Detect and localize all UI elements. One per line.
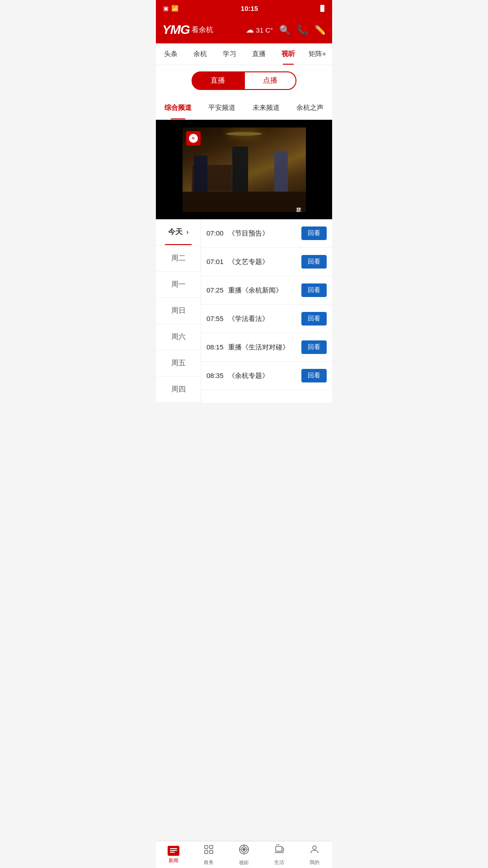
schedule-title-3: 《学法看法》 [228, 315, 269, 322]
schedule-item-2: 07:25 重播《余杭新闻》 回看 [201, 276, 332, 305]
day-item-fri[interactable]: 周五 [156, 350, 201, 377]
video-thumbnail: G 昙花梦 [183, 127, 306, 212]
replay-btn-0[interactable]: 回看 [301, 226, 327, 240]
schedule-item-4: 08:15 重播《生活对对碰》 回看 [201, 333, 332, 362]
day-item-mon[interactable]: 周一 [156, 272, 201, 298]
day-item-sun[interactable]: 周日 [156, 298, 201, 324]
vod-toggle-btn[interactable]: 点播 [244, 71, 296, 90]
schedule-time-title-3: 07:55 《学法看法》 [206, 315, 298, 323]
channel-logo: G [186, 131, 201, 146]
tab-toutiao[interactable]: 头条 [156, 43, 185, 65]
schedule-time-title-5: 08:35 《余杭专题》 [206, 372, 298, 380]
schedule-time-0: 07:00 [206, 229, 224, 237]
phone-icon[interactable]: 📞 [297, 24, 308, 35]
temperature: 31 C° [256, 26, 273, 34]
tab-xuexi[interactable]: 学习 [215, 43, 244, 65]
header: YMG 看余杭 ☁ 31 C° 🔍 📞 ✏️ [156, 16, 332, 43]
logo-ymg-text: YMG [162, 23, 190, 37]
schedule-item-3: 07:55 《学法看法》 回看 [201, 305, 332, 333]
schedule-item-1: 07:01 《文艺专题》 回看 [201, 248, 332, 276]
schedule-item-0: 07:00 《节目预告》 回看 [201, 219, 332, 248]
channel-logo-inner: G [189, 134, 198, 143]
app-logo: YMG 看余杭 [162, 23, 213, 37]
nav-tabs: 头条 余杭 学习 直播 视听 矩阵+ [156, 43, 332, 65]
schedule-time-title-1: 07:01 《文艺专题》 [206, 258, 298, 266]
channel-tab-zonghe[interactable]: 综合频道 [156, 101, 200, 115]
status-bar: ▣ 📶 10:15 ▉ [156, 0, 332, 16]
sim-icon: ▣ [163, 5, 169, 12]
replay-btn-4[interactable]: 回看 [301, 340, 327, 354]
schedule-time-3: 07:55 [206, 315, 224, 322]
wifi-icon: 📶 [171, 5, 178, 12]
live-toggle-btn[interactable]: 直播 [192, 71, 244, 90]
status-bar-left: ▣ 📶 [163, 5, 178, 12]
replay-btn-2[interactable]: 回看 [301, 283, 327, 297]
channel-tab-weilai[interactable]: 未来频道 [244, 101, 288, 115]
day-item-thu[interactable]: 周四 [156, 377, 201, 403]
channel-tab-ping-an[interactable]: 平安频道 [200, 101, 244, 115]
schedule-title-4: 重播《生活对对碰》 [228, 343, 289, 351]
tab-zhibo[interactable]: 直播 [244, 43, 273, 65]
weather-info: ☁ 31 C° [246, 25, 273, 35]
cloud-icon: ☁ [246, 25, 254, 35]
day-item-sat[interactable]: 周六 [156, 324, 201, 350]
logo-subtitle: 看余杭 [192, 25, 213, 35]
tab-yuhang[interactable]: 余杭 [185, 43, 215, 65]
schedule-section: 今天 › 周二 周一 周日 周六 周五 周四 07:00 《节目预告》 回看 0… [156, 219, 332, 403]
schedule-time-title-2: 07:25 重播《余杭新闻》 [206, 286, 298, 295]
edit-icon[interactable]: ✏️ [314, 24, 326, 35]
search-icon[interactable]: 🔍 [279, 24, 291, 35]
schedule-title-5: 《余杭专题》 [228, 372, 269, 379]
schedule-title-0: 《节目预告》 [228, 229, 269, 237]
tab-juzhen[interactable]: 矩阵+ [303, 43, 332, 65]
live-vod-toggle: 直播 点播 [156, 65, 332, 96]
status-bar-time: 10:15 [241, 5, 258, 12]
day-arrow-icon: › [186, 228, 188, 236]
tab-shiting[interactable]: 视听 [273, 43, 303, 65]
schedule-list: 07:00 《节目预告》 回看 07:01 《文艺专题》 回看 07:25 重播… [201, 219, 332, 403]
replay-btn-5[interactable]: 回看 [301, 369, 327, 382]
channel-tabs: 综合频道 平安频道 未来频道 余杭之声 [156, 96, 332, 120]
schedule-time-1: 07:01 [206, 258, 224, 265]
status-bar-right: ▉ [320, 5, 325, 12]
replay-btn-3[interactable]: 回看 [301, 312, 327, 326]
schedule-title-1: 《文艺专题》 [228, 258, 269, 265]
schedule-time-5: 08:35 [206, 372, 224, 379]
schedule-time-title-0: 07:00 《节目预告》 [206, 229, 298, 238]
replay-btn-1[interactable]: 回看 [301, 255, 327, 269]
schedule-time-title-4: 08:15 重播《生活对对碰》 [206, 343, 298, 352]
schedule-item-5: 08:35 《余杭专题》 回看 [201, 362, 332, 390]
day-item-tue[interactable]: 周二 [156, 245, 201, 272]
day-sidebar: 今天 › 周二 周一 周日 周六 周五 周四 [156, 219, 201, 403]
header-right: ☁ 31 C° 🔍 📞 ✏️ [246, 24, 326, 35]
schedule-time-4: 08:15 [206, 343, 224, 351]
day-item-today[interactable]: 今天 › [156, 219, 201, 245]
schedule-time-2: 07:25 [206, 286, 224, 294]
channel-tab-zhisheng[interactable]: 余杭之声 [288, 101, 333, 115]
video-player[interactable]: G 昙花梦 [156, 120, 332, 219]
battery-icon: ▉ [320, 5, 325, 12]
schedule-title-2: 重播《余杭新闻》 [228, 286, 282, 294]
